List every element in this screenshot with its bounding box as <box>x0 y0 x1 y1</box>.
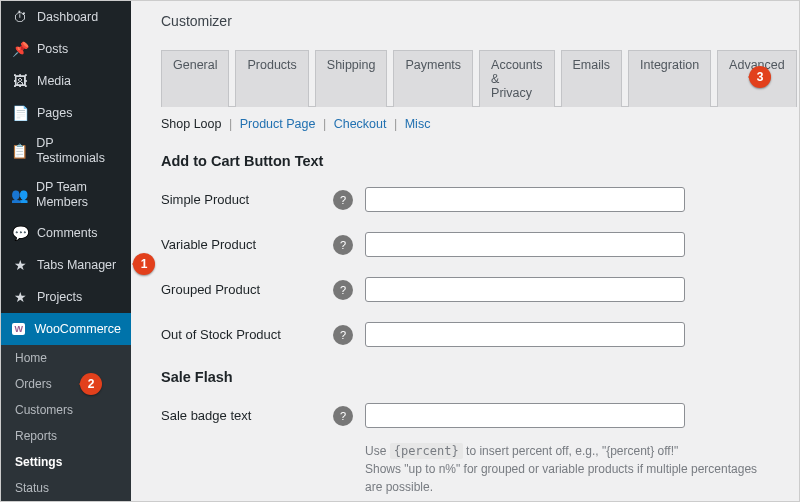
woo-subnav: Home Orders Customers Reports Settings S… <box>1 345 131 502</box>
customizer-subtabs: Shop Loop | Product Page | Checkout | Mi… <box>161 107 769 141</box>
nav-testimonials[interactable]: 📋DP Testimonials <box>1 129 131 173</box>
subnav-customers[interactable]: Customers <box>1 397 131 423</box>
nav-woocommerce[interactable]: W WooCommerce <box>1 313 131 345</box>
section-add-to-cart: Add to Cart Button Text <box>161 153 769 169</box>
row-sale-badge: Sale badge text ? <box>161 393 769 438</box>
page-icon: 📄 <box>11 104 29 122</box>
settings-tabs: General Products Shipping Payments Accou… <box>161 49 769 107</box>
row-out-of-stock-product: Out of Stock Product ? <box>161 312 769 357</box>
simple-product-input[interactable] <box>365 187 685 212</box>
nav-comments[interactable]: 💬Comments <box>1 217 131 249</box>
field-label: Sale badge text <box>161 408 333 423</box>
nav-media[interactable]: 🖼Media <box>1 65 131 97</box>
main-content: Customizer General Products Shipping Pay… <box>131 1 799 501</box>
subtab-checkout[interactable]: Checkout <box>334 117 387 131</box>
woo-icon: W <box>11 320 26 338</box>
field-label: Out of Stock Product <box>161 327 333 342</box>
help-icon[interactable]: ? <box>333 406 353 426</box>
hint-code: {percent} <box>390 443 463 459</box>
tab-products[interactable]: Products <box>235 50 308 107</box>
nav-label: DP Testimonials <box>36 136 121 166</box>
row-grouped-product: Grouped Product ? <box>161 267 769 312</box>
nav-posts[interactable]: 📌Posts <box>1 33 131 65</box>
tab-integration[interactable]: Integration <box>628 50 711 107</box>
subnav-orders[interactable]: Orders <box>1 371 131 397</box>
help-icon[interactable]: ? <box>333 280 353 300</box>
star-icon: ★ <box>11 288 29 306</box>
tab-emails[interactable]: Emails <box>561 50 623 107</box>
subtab-misc[interactable]: Misc <box>405 117 431 131</box>
nav-label: Projects <box>37 290 82 305</box>
nav-label: WooCommerce <box>34 322 121 337</box>
nav-label: Posts <box>37 42 68 57</box>
media-icon: 🖼 <box>11 72 29 90</box>
tab-shipping[interactable]: Shipping <box>315 50 388 107</box>
nav-team-members[interactable]: 👥DP Team Members <box>1 173 131 217</box>
subnav-status[interactable]: Status <box>1 475 131 501</box>
tab-payments[interactable]: Payments <box>393 50 473 107</box>
field-label: Grouped Product <box>161 282 333 297</box>
row-simple-product: Simple Product ? <box>161 177 769 222</box>
subnav-settings[interactable]: Settings <box>1 449 131 475</box>
tab-general[interactable]: General <box>161 50 229 107</box>
section-sale-flash: Sale Flash <box>161 369 769 385</box>
subtab-product-page[interactable]: Product Page <box>240 117 316 131</box>
help-icon[interactable]: ? <box>333 325 353 345</box>
nav-label: Pages <box>37 106 72 121</box>
nav-dashboard[interactable]: ⏱Dashboard <box>1 1 131 33</box>
nav-label: Comments <box>37 226 97 241</box>
out-of-stock-input[interactable] <box>365 322 685 347</box>
nav-label: Dashboard <box>37 10 98 25</box>
nav-pages[interactable]: 📄Pages <box>1 97 131 129</box>
page-title: Customizer <box>131 1 799 41</box>
users-icon: 👥 <box>11 186 28 204</box>
tab-accounts-privacy[interactable]: Accounts & Privacy <box>479 50 554 107</box>
help-icon[interactable]: ? <box>333 190 353 210</box>
nav-label: Media <box>37 74 71 89</box>
nav-tabs-manager[interactable]: ★Tabs Manager <box>1 249 131 281</box>
nav-projects[interactable]: ★Projects <box>1 281 131 313</box>
admin-sidebar: ⏱Dashboard 📌Posts 🖼Media 📄Pages 📋DP Test… <box>1 1 131 501</box>
annotation-2: 2 <box>80 373 102 395</box>
help-icon[interactable]: ? <box>333 235 353 255</box>
clipboard-icon: 📋 <box>11 142 28 160</box>
pin-icon: 📌 <box>11 40 29 58</box>
row-variable-product: Variable Product ? <box>161 222 769 267</box>
subtab-shop-loop[interactable]: Shop Loop <box>161 117 221 131</box>
nav-label: Tabs Manager <box>37 258 116 273</box>
grouped-product-input[interactable] <box>365 277 685 302</box>
sale-badge-hint: Use {percent} to insert percent off, e.g… <box>365 442 769 496</box>
field-label: Simple Product <box>161 192 333 207</box>
annotation-1: 1 <box>133 253 155 275</box>
gauge-icon: ⏱ <box>11 8 29 26</box>
sale-badge-input[interactable] <box>365 403 685 428</box>
nav-label: DP Team Members <box>36 180 121 210</box>
star-icon: ★ <box>11 256 29 274</box>
comment-icon: 💬 <box>11 224 29 242</box>
annotation-3: 3 <box>749 66 771 88</box>
variable-product-input[interactable] <box>365 232 685 257</box>
subnav-reports[interactable]: Reports <box>1 423 131 449</box>
subnav-home[interactable]: Home <box>1 345 131 371</box>
field-label: Variable Product <box>161 237 333 252</box>
